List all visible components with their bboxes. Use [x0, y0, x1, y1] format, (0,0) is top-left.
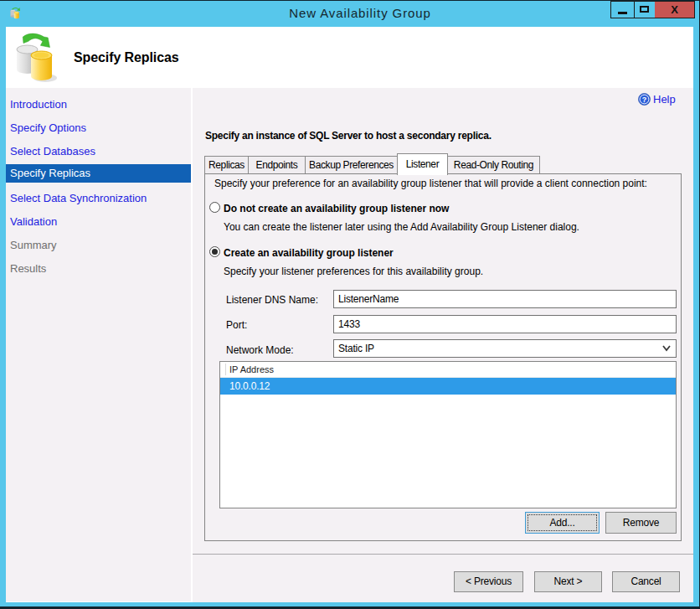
svg-text:?: ? [642, 95, 647, 104]
